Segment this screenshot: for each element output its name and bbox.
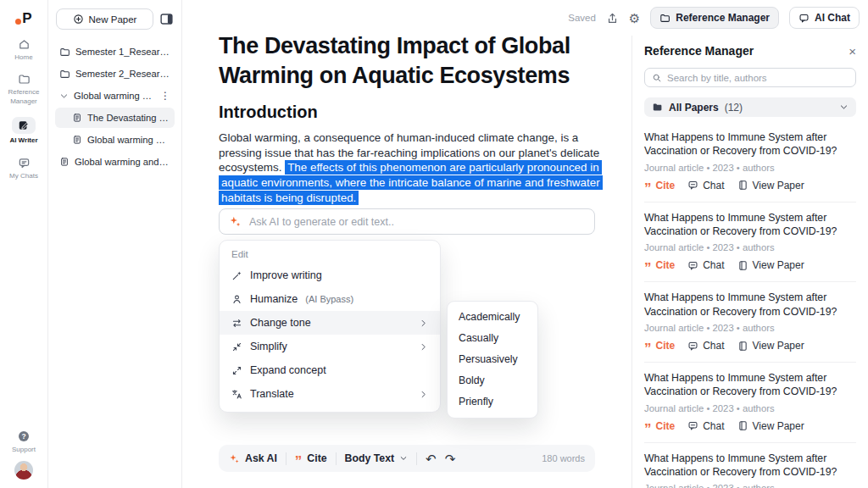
- quote-icon: ”: [644, 346, 652, 352]
- paper-card: What Happens to Immune System after Vacc…: [644, 122, 856, 202]
- chat-button[interactable]: Chat: [687, 420, 724, 432]
- topbar: Saved ⚙ Reference Manager AI Chat: [182, 0, 868, 36]
- menu-item-translate[interactable]: Translate: [220, 382, 440, 406]
- menu-item-expand-concept[interactable]: Expand concept: [220, 358, 440, 382]
- collapse-sidebar-icon[interactable]: [159, 12, 174, 26]
- menu-item-simplify[interactable]: Simplify: [220, 335, 440, 358]
- reference-search[interactable]: [644, 68, 856, 87]
- wand-icon: [231, 270, 242, 281]
- menu-item-change-tone[interactable]: Change tone: [220, 311, 440, 335]
- chat-bubble-icon: [687, 180, 698, 191]
- support-question-icon: ?: [17, 430, 31, 443]
- tone-option-persuasively[interactable]: Persuasively: [448, 349, 537, 370]
- icon-rail: P Home Reference Manager AI Writer: [0, 0, 48, 488]
- kebab-menu-icon[interactable]: ⋮: [160, 91, 170, 101]
- gear-icon[interactable]: ⚙: [629, 12, 640, 25]
- cite-button[interactable]: ” Cite: [295, 452, 327, 464]
- document-icon: [737, 180, 748, 191]
- logo-letter: P: [22, 10, 31, 27]
- ask-ai-input[interactable]: [219, 208, 595, 235]
- quote-icon: ”: [644, 265, 652, 272]
- menu-item-improve-writing[interactable]: Improve writing: [220, 263, 440, 287]
- chat-button[interactable]: Chat: [687, 180, 724, 191]
- chevron-right-icon: [419, 342, 428, 352]
- nav-home[interactable]: Home: [0, 38, 47, 62]
- view-paper-button[interactable]: View Paper: [737, 340, 804, 352]
- file-sidebar: New Paper Semester 1_Research p... Semes…: [48, 0, 182, 488]
- all-papers-dropdown[interactable]: All Papers (12): [644, 97, 856, 117]
- reference-search-input[interactable]: [667, 73, 849, 83]
- document-icon: [59, 157, 70, 167]
- chat-bubble-icon: [687, 420, 698, 431]
- view-paper-button[interactable]: View Paper: [737, 180, 804, 191]
- close-icon[interactable]: ×: [849, 45, 856, 58]
- chevron-down-icon: [399, 454, 408, 463]
- panel-title: Reference Manager: [644, 44, 754, 58]
- nav-support[interactable]: ? Support: [0, 430, 47, 454]
- search-icon: [652, 73, 662, 83]
- tone-option-boldy[interactable]: Boldy: [448, 370, 537, 391]
- ai-writer-icon: [12, 117, 36, 134]
- paper-card: What Happens to Immune System after Vacc…: [644, 443, 856, 488]
- tree-file-global-warming[interactable]: Global warming and...: [55, 130, 175, 150]
- paper-title: What Happens to Immune System after Vacc…: [644, 291, 856, 319]
- tone-option-academically[interactable]: Academically: [448, 307, 537, 328]
- paper-meta: Journal article • 2023 • authors: [644, 323, 856, 333]
- chat-button[interactable]: Chat: [687, 340, 724, 352]
- paper-card: What Happens to Immune System after Vacc…: [644, 363, 856, 443]
- tone-option-prienfly[interactable]: Prienfly: [448, 391, 537, 413]
- nav-ai-writer[interactable]: AI Writer: [0, 117, 47, 145]
- text-style-dropdown[interactable]: Body Text: [345, 452, 409, 464]
- tree-folder-global-warming[interactable]: Global warming and... ⋮: [55, 86, 175, 106]
- home-icon: [18, 38, 31, 51]
- paper-title: What Happens to Immune System after Vacc…: [644, 211, 856, 239]
- chat-button[interactable]: Chat: [687, 259, 724, 271]
- ask-ai-button[interactable]: Ask AI: [229, 452, 277, 464]
- redo-icon[interactable]: ↷: [445, 452, 456, 465]
- body-paragraph: Global warming, a consequence of human-i…: [219, 130, 602, 206]
- user-avatar[interactable]: [14, 461, 33, 480]
- folder-icon: [59, 69, 70, 80]
- cite-button[interactable]: ” Cite: [644, 340, 675, 352]
- saved-status: Saved: [568, 13, 596, 23]
- chat-bubble-icon: [798, 13, 810, 24]
- reference-manager-button[interactable]: Reference Manager: [650, 7, 779, 29]
- chat-bubble-icon: [687, 260, 698, 271]
- folder-icon: [659, 13, 670, 24]
- paper-meta: Journal article • 2023 • authors: [644, 483, 856, 488]
- document-icon: [737, 420, 748, 431]
- view-paper-button[interactable]: View Paper: [737, 420, 804, 432]
- tone-option-casually[interactable]: Casually: [448, 328, 537, 349]
- quote-icon: ”: [295, 458, 303, 465]
- tree-folder-semester1[interactable]: Semester 1_Research p...: [55, 42, 175, 62]
- tree-folder-semester2[interactable]: Semester 2_Research...: [55, 64, 175, 84]
- share-icon[interactable]: [606, 12, 619, 25]
- papers-list: What Happens to Immune System after Vacc…: [644, 122, 856, 488]
- paper-card: What Happens to Immune System after Vacc…: [644, 282, 856, 363]
- cycle-arrows-icon: [231, 318, 242, 329]
- menu-item-humanize[interactable]: Humanize (AI Bypass): [220, 287, 440, 311]
- paperpal-logo[interactable]: P: [15, 10, 31, 27]
- ai-prompt-field[interactable]: [249, 216, 585, 228]
- ai-chat-button[interactable]: AI Chat: [789, 7, 860, 29]
- toolbar-divider: [416, 452, 417, 465]
- edit-dropdown-menu: Edit Improve writing Humanize (AI Bypass…: [219, 240, 441, 413]
- ai-sparkle-icon: [229, 453, 240, 464]
- quote-icon: ”: [644, 426, 652, 433]
- undo-icon[interactable]: ↶: [426, 452, 437, 465]
- new-paper-button[interactable]: New Paper: [56, 8, 153, 30]
- paper-meta: Journal article • 2023 • authors: [644, 403, 856, 413]
- collapse-arrows-icon: [231, 341, 242, 352]
- tree-file-global-warming-its[interactable]: Global warming and its...: [55, 152, 175, 172]
- cite-button[interactable]: ” Cite: [644, 259, 675, 271]
- nav-reference-manager[interactable]: Reference Manager: [0, 73, 47, 106]
- chat-bubble-icon: [18, 157, 31, 169]
- document-title: The Devastating Impact of Global Warming…: [219, 31, 610, 91]
- document-icon: [737, 341, 748, 352]
- cite-button[interactable]: ” Cite: [644, 180, 675, 191]
- view-paper-button[interactable]: View Paper: [737, 259, 804, 271]
- nav-my-chats[interactable]: My Chats: [0, 157, 47, 180]
- tree-file-devastating-impact[interactable]: The Devastating Im...: [55, 108, 175, 128]
- chevron-down-icon: [839, 103, 849, 112]
- cite-button[interactable]: ” Cite: [644, 420, 675, 432]
